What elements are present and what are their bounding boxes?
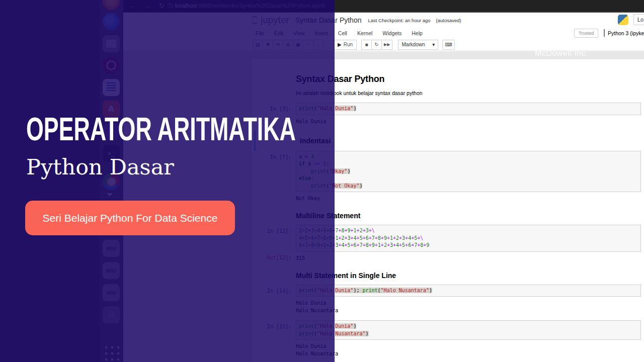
code-input-area[interactable]: 1+2+3+4+5+6+7+8+9+1+2+3+\ 4+5+6+7+8+9+1+… (296, 225, 641, 252)
kernel-indicator: Python 3 (ipykern (604, 29, 644, 37)
command-palette-button[interactable]: ⌨ (442, 40, 454, 50)
run-button[interactable]: ▶Run (334, 40, 357, 50)
watermark: McDowell Inc. (535, 49, 588, 58)
series-badge: Seri Belajar Python For Data Science (25, 201, 235, 235)
overlay-title: OPERATOR ARITMATIKA (26, 113, 296, 146)
last-checkpoint: Last Checkpoint: an hour ago (368, 18, 430, 23)
menu-kernel[interactable]: Kernel (357, 30, 372, 36)
overlay-subtitle: Python Dasar (26, 153, 174, 181)
autosave-status: (autosaved) (436, 18, 461, 23)
code-input-area[interactable]: print("Halo Dunia") print("Halo Nusantar… (296, 320, 641, 340)
code-input-area[interactable]: print("Halo Dunia") (296, 103, 641, 115)
logout-button[interactable]: Lo (633, 14, 644, 25)
code-input-area[interactable]: a = 4 if a == 5: print("Okay") else: pri… (296, 151, 641, 193)
kernel-name: Python 3 (ipykern (608, 30, 644, 36)
cell-type-dropdown[interactable]: Markdown ▾ (398, 40, 438, 50)
menu-widgets[interactable]: Widgets (382, 30, 401, 36)
trusted-badge: Trusted (574, 29, 598, 38)
screen: A?>_♲ ← → ↻ ⓘ localhost:8888/notebooks/S… (0, 0, 644, 362)
restart-kernel-button[interactable]: ↻ (371, 40, 382, 50)
menu-cell[interactable]: Cell (338, 30, 347, 36)
menu-help[interactable]: Help (412, 30, 423, 36)
python-logo-icon (618, 15, 628, 25)
kernel-separator (604, 29, 605, 37)
code-input-area[interactable]: print("Halo Dunia"); print("Halo Nusanta… (296, 285, 641, 297)
stop-button[interactable]: ■ (361, 40, 372, 50)
restart-run-all-button[interactable]: ▶▶ (381, 40, 392, 50)
purple-overlay: OPERATOR ARITMATIKA Python Dasar Seri Be… (0, 0, 335, 362)
chevron-down-icon: ▾ (432, 40, 435, 49)
